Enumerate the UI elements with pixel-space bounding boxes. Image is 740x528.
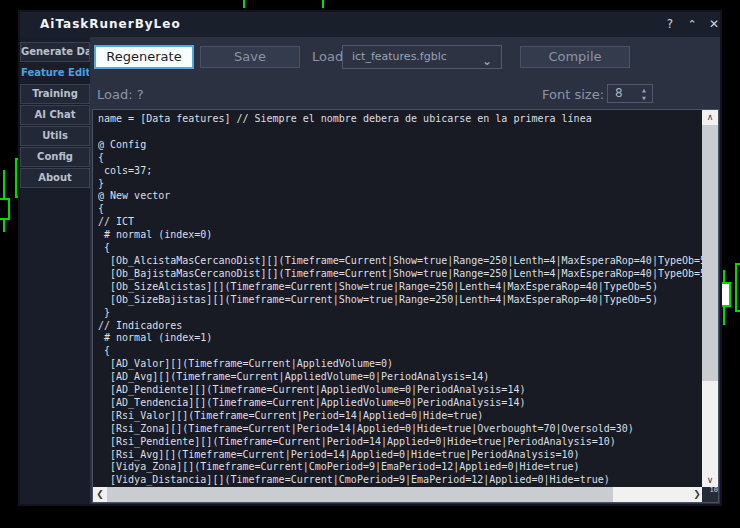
horizontal-scrollbar[interactable]: ❮ ❯ <box>93 487 704 502</box>
sidebar-item-config[interactable]: Config <box>20 147 90 167</box>
collapse-icon[interactable]: ⌃ <box>682 15 702 34</box>
compile-button[interactable]: Compile <box>520 46 630 68</box>
background-candle-body <box>0 198 10 220</box>
sidebar-item-ai-chat[interactable]: AI Chat <box>20 105 90 125</box>
feature-editor-panel: Regenerate Save Load: ict_features.fgblc… <box>90 37 720 504</box>
code-text[interactable]: name = [Data features] // Siempre el nom… <box>98 113 702 488</box>
sidebar-item-generate-data[interactable]: Generate Data <box>20 42 90 62</box>
vertical-scrollbar-thumb[interactable] <box>702 125 718 381</box>
font-size-label: Font size: <box>542 87 604 102</box>
screen: AiTaskRunerByLeo ? ⌃ ✕ Generate Data Fea… <box>0 0 740 528</box>
vertical-scrollbar[interactable]: ∧ ∨ <box>702 110 718 488</box>
background-chart-tick <box>243 0 245 8</box>
window-title: AiTaskRunerByLeo <box>40 17 181 31</box>
scrollbar-corner-badge: 10 <box>702 487 718 502</box>
load-status-text: Load: ? <box>97 87 144 102</box>
horizontal-scrollbar-thumb[interactable] <box>107 487 613 502</box>
scroll-down-icon[interactable]: ∨ <box>702 473 718 488</box>
save-button[interactable]: Save <box>200 46 300 68</box>
font-size-spinner[interactable]: 8 ▲▼ <box>607 84 653 103</box>
app-window: AiTaskRunerByLeo ? ⌃ ✕ Generate Data Fea… <box>18 10 722 506</box>
file-select-value: ict_features.fgblc <box>352 50 447 63</box>
sidebar-item-training[interactable]: Training <box>20 84 90 104</box>
sidebar-item-about[interactable]: About <box>20 168 90 188</box>
code-editor[interactable]: name = [Data features] // Siempre el nom… <box>92 109 719 503</box>
background-chart-tick <box>322 0 324 8</box>
chevron-down-icon: ⌄ <box>482 50 492 72</box>
scroll-left-icon[interactable]: ❮ <box>93 487 107 502</box>
regenerate-button[interactable]: Regenerate <box>94 45 194 69</box>
spinner-arrows-icon[interactable]: ▲▼ <box>639 86 649 102</box>
sidebar-item-feature-editor[interactable]: Feature Editor <box>20 63 90 83</box>
sidebar-item-utils[interactable]: Utils <box>20 126 90 146</box>
file-select[interactable]: ict_features.fgblc ⌄ <box>342 45 502 69</box>
titlebar[interactable]: AiTaskRunerByLeo ? ⌃ ✕ <box>20 12 720 37</box>
scroll-up-icon[interactable]: ∧ <box>702 110 718 125</box>
background-candle-outline <box>735 263 740 312</box>
sidebar: Generate Data Feature Editor Training AI… <box>20 37 90 504</box>
close-icon[interactable]: ✕ <box>704 15 724 34</box>
help-button[interactable]: ? <box>660 15 680 34</box>
font-size-value: 8 <box>615 86 623 100</box>
